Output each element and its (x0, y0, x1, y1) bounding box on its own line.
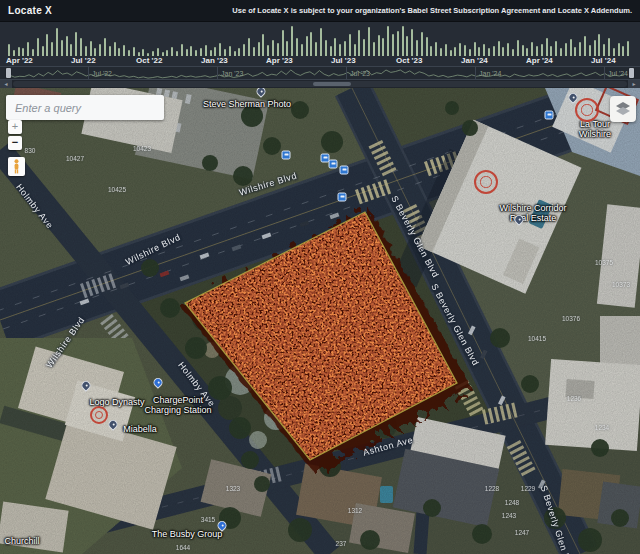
map-pin-icon[interactable] (107, 418, 120, 431)
timeline-bar (171, 47, 173, 56)
brush-handle-left[interactable] (6, 68, 11, 78)
timeline-bar (445, 44, 447, 56)
overview-tick-label: Jul '22 (92, 70, 112, 77)
house-number-label: 10415 (528, 335, 546, 342)
timeline-bar (70, 44, 72, 56)
timeline-bar (354, 44, 356, 56)
timeline-bar (85, 46, 87, 56)
timeline-bar (493, 46, 495, 56)
overview-gridline (217, 67, 218, 79)
timeline-bar (200, 48, 202, 56)
timeline-bar (37, 38, 39, 56)
timeline-bar (66, 36, 68, 56)
poi-label[interactable]: ChargePoint Charging Station (144, 395, 211, 415)
bus-stop-icon[interactable] (340, 166, 349, 175)
scroll-right-arrow-icon[interactable]: ▸ (628, 80, 640, 88)
activity-timeline[interactable]: Apr '22Jul '22Oct '22Jan '23Apr '23Jul '… (0, 22, 640, 66)
brush-handle-right[interactable] (629, 68, 634, 78)
timeline-bar (358, 30, 360, 56)
timeline-bar (608, 38, 610, 56)
scroll-left-arrow-icon[interactable]: ◂ (0, 80, 12, 88)
timeline-bar (555, 41, 557, 56)
timeline-bar (574, 47, 576, 56)
timeline-bar (301, 44, 303, 56)
poi-label[interactable]: La Tour Wilshire (573, 119, 618, 139)
timeline-bar (262, 34, 264, 56)
map-pin-icon[interactable] (255, 88, 268, 98)
timeline-bar (603, 44, 605, 56)
timeline-bar (560, 48, 562, 56)
timeline-bar (109, 46, 111, 56)
timeline-bar (61, 40, 63, 56)
timeline-bar (627, 41, 629, 56)
timeline-bar (406, 36, 408, 56)
house-number-label: 1236 (567, 395, 581, 402)
timeline-bar (392, 34, 394, 56)
timeline-bar (205, 45, 207, 56)
timeline-bar (579, 42, 581, 56)
bus-stop-icon[interactable] (329, 160, 338, 169)
helipad-mark-icon (575, 98, 599, 122)
timeline-overview[interactable]: Jul '22Jan '23Jul '23Jan '24Jul '24 (0, 66, 640, 80)
poi-label[interactable]: Wilshire Corridor Real Estate (499, 203, 566, 223)
house-number-label: 830 (25, 147, 36, 154)
search-input[interactable] (6, 95, 164, 120)
timeline-scrollbar[interactable]: ◂ ▸ (0, 80, 640, 88)
timeline-tick-label: Jul '22 (71, 56, 96, 65)
poi-label[interactable]: The Busby Group (152, 529, 223, 539)
overview-tick-label: Jul '24 (608, 70, 628, 77)
timeline-bar (334, 38, 336, 56)
bus-stop-icon[interactable] (338, 193, 347, 202)
house-number-label: 10375 (595, 259, 613, 266)
timeline-bar (315, 42, 317, 56)
timeline-bar (272, 40, 274, 56)
helipad-mark-icon (474, 170, 498, 194)
bus-stop-icon[interactable] (545, 111, 554, 120)
timeline-bar (181, 44, 183, 56)
timeline-bar (378, 35, 380, 56)
map-layers-button[interactable] (610, 96, 636, 122)
bus-stop-icon[interactable] (282, 151, 291, 160)
house-number-label: 1312 (348, 507, 362, 514)
timeline-bar (90, 41, 92, 56)
timeline-bar (258, 42, 260, 56)
timeline-bar (584, 36, 586, 56)
house-number-label: 10427 (66, 155, 84, 162)
timeline-bar (507, 43, 509, 56)
house-number-label: 10376 (562, 315, 580, 322)
app-title: Locate X (8, 5, 52, 16)
timeline-bar (454, 47, 456, 56)
house-number-label: 1644 (176, 544, 190, 551)
street-label: S Beverly Glen Blvd (389, 194, 441, 279)
overview-gridline (604, 67, 605, 79)
poi-label[interactable]: Steve Sherman Photo (203, 99, 291, 109)
timeline-bar (248, 38, 250, 56)
timeline-bar (320, 28, 322, 56)
map-canvas[interactable]: Wilshire BlvdWilshire BlvdWilshire BlvdH… (0, 88, 640, 554)
timeline-bar (565, 43, 567, 56)
timeline-bar (80, 38, 82, 56)
timeline-bar (229, 46, 231, 56)
timeline-axis: Apr '22Jul '22Oct '22Jan '23Apr '23Jul '… (0, 56, 640, 66)
map-pin-icon[interactable] (80, 379, 93, 392)
street-label: S Beverly Glen Blvd (538, 484, 576, 554)
pegman-button[interactable] (8, 157, 25, 176)
timeline-bar (296, 38, 298, 56)
timeline-tick-label: Jul '23 (331, 56, 356, 65)
timeline-bar (142, 49, 144, 56)
house-number-label: 1228 (485, 485, 499, 492)
scrollbar-thumb[interactable] (313, 82, 351, 86)
timeline-bar (310, 32, 312, 56)
zoom-out-button[interactable]: − (8, 136, 22, 150)
timeline-bar (157, 48, 159, 56)
house-number-label: 1229 (521, 485, 535, 492)
poi-label[interactable]: Miabella (123, 424, 157, 434)
house-number-label: 10423 (133, 145, 151, 152)
scrollbar-track[interactable] (13, 81, 627, 87)
map-label-overlay: Wilshire BlvdWilshire BlvdWilshire BlvdH… (0, 88, 640, 554)
poi-label[interactable]: Churchill (4, 536, 39, 546)
timeline-bar (186, 49, 188, 56)
zoom-in-button[interactable]: + (8, 120, 22, 134)
timeline-bar (368, 27, 370, 56)
map-pin-icon[interactable] (152, 376, 165, 389)
